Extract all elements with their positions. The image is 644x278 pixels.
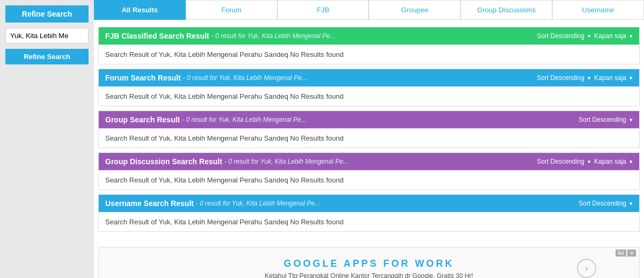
sidebar-title: Refine Search [5, 5, 89, 23]
tab-forum[interactable]: Forum [186, 0, 277, 20]
tab-groupee[interactable]: Groupee [369, 0, 460, 20]
tab-username[interactable]: Username [552, 0, 644, 20]
kapan-label-fjb: Kapan saja [594, 32, 626, 40]
result-header-username: Username Search Result- 0 result for Yuk… [99, 195, 639, 212]
result-body-forum: Search Result of Yuk, Kita Lebih Mengena… [99, 86, 639, 106]
tab-group-discussions[interactable]: Group Discussions [460, 0, 552, 20]
sort-arrow-fjb[interactable]: ▾ [588, 33, 591, 40]
result-subtitle-fjb: - 0 result for Yuk, Kita Lebih Mengenal … [211, 32, 335, 40]
result-subtitle-username: - 0 result for Yuk, Kita Lebih Mengenal … [196, 200, 320, 207]
result-controls-username: Sort Descending▾ [579, 200, 633, 207]
result-header-group-discussion: Group Discussion Search Result- 0 result… [99, 153, 639, 170]
result-section-fjb: FJB Classified Search Result- 0 result f… [98, 27, 640, 64]
refine-search-button[interactable]: Refine Search [5, 49, 89, 64]
ad-arrow-icon[interactable]: › [577, 259, 596, 278]
result-header-fjb: FJB Classified Search Result- 0 result f… [99, 27, 639, 45]
sort-label-group-discussion: Sort Descending [537, 158, 584, 165]
results-container: FJB Classified Search Result- 0 result f… [94, 20, 644, 239]
result-body-group-discussion: Search Result of Yuk, Kita Lebih Mengena… [99, 170, 639, 189]
result-controls-fjb: Sort Descending▾Kapan saja▾ [537, 32, 633, 40]
result-title-forum: Forum Search Result [105, 74, 181, 82]
sort-label-forum: Sort Descending [537, 74, 584, 82]
sort-label-fjb: Sort Descending [537, 32, 584, 40]
search-input[interactable] [5, 28, 89, 43]
result-section-group-discussion: Group Discussion Search Result- 0 result… [98, 152, 640, 190]
kapan-arrow-forum[interactable]: ▾ [630, 75, 633, 82]
result-title-group: Group Search Result [105, 115, 180, 124]
result-title-username: Username Search Result [105, 199, 194, 208]
kapan-arrow-group-discussion[interactable]: ▾ [630, 158, 633, 165]
result-title-group-discussion: Group Discussion Search Result [105, 157, 222, 166]
result-body-fjb: Search Result of Yuk, Kita Lebih Mengena… [99, 45, 639, 64]
main-content: All ResultsForumFJBGroupeeGroup Discussi… [94, 0, 644, 278]
ad-title: GOOGLE APPS FOR WORK [284, 258, 454, 269]
kapan-arrow-fjb[interactable]: ▾ [630, 33, 633, 40]
advertisement: Ad ✕ GOOGLE APPS FOR WORK Ketahui Ttg Pe… [98, 247, 640, 278]
ad-close-icon[interactable]: ✕ [627, 250, 636, 257]
result-subtitle-group-discussion: - 0 result for Yuk, Kita Lebih Mengenal … [224, 158, 348, 165]
result-title-fjb: FJB Classified Search Result [105, 32, 209, 40]
sort-arrow-group-discussion[interactable]: ▾ [588, 158, 591, 165]
ad-subtitle: Ketahui Ttg Perangkat Online Kantor Terc… [265, 272, 473, 278]
tab-all[interactable]: All Results [94, 0, 186, 20]
result-controls-group-discussion: Sort Descending▾Kapan saja▾ [537, 158, 633, 165]
sort-arrow-username[interactable]: ▾ [630, 200, 633, 207]
result-body-username: Search Result of Yuk, Kita Lebih Mengena… [99, 212, 639, 231]
result-controls-group: Sort Descending▾ [579, 116, 633, 123]
tabs-bar: All ResultsForumFJBGroupeeGroup Discussi… [94, 0, 644, 20]
sort-label-group: Sort Descending [579, 116, 626, 123]
ad-label-icon[interactable]: Ad [616, 250, 626, 257]
result-body-group: Search Result of Yuk, Kita Lebih Mengena… [99, 128, 639, 148]
result-subtitle-group: - 0 result for Yuk, Kita Lebih Mengenal … [182, 116, 306, 123]
ad-controls: Ad ✕ [616, 250, 636, 257]
kapan-label-group-discussion: Kapan saja [594, 158, 626, 165]
sidebar: Refine Search Refine Search [0, 0, 94, 278]
sort-arrow-group[interactable]: ▾ [630, 116, 633, 123]
result-header-forum: Forum Search Result- 0 result for Yuk, K… [99, 69, 639, 86]
result-subtitle-forum: - 0 result for Yuk, Kita Lebih Mengenal … [183, 74, 307, 82]
tab-fjb[interactable]: FJB [277, 0, 369, 20]
result-controls-forum: Sort Descending▾Kapan saja▾ [537, 74, 633, 82]
result-header-group: Group Search Result- 0 result for Yuk, K… [99, 111, 639, 128]
sort-arrow-forum[interactable]: ▾ [588, 75, 591, 82]
result-section-username: Username Search Result- 0 result for Yuk… [98, 194, 640, 232]
kapan-label-forum: Kapan saja [594, 74, 626, 82]
result-section-forum: Forum Search Result- 0 result for Yuk, K… [98, 69, 640, 106]
sort-label-username: Sort Descending [579, 200, 626, 207]
result-section-group: Group Search Result- 0 result for Yuk, K… [98, 111, 640, 148]
